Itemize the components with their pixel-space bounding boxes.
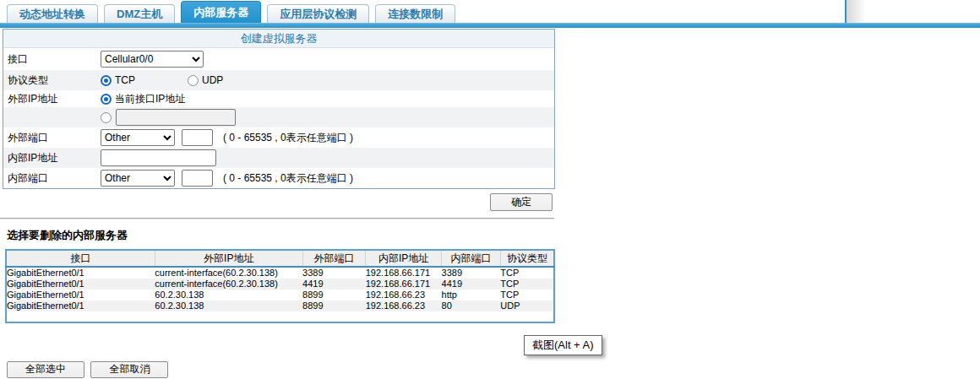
section-divider [0, 218, 554, 219]
cell-internal-port: 4419 [442, 279, 501, 290]
external-ip-custom-row [3, 107, 554, 127]
internal-ip-row: 内部IP地址 [3, 148, 554, 168]
cell-internal-port: http [442, 290, 501, 300]
internal-port-hint: ( 0 - 65535 , 0表示任意端口 ) [223, 171, 353, 186]
tab-bar: 动态地址转换 DMZ主机 内部服务器 应用层协议检测 连接数限制 [0, 0, 980, 28]
cell-internal-ip: 192.168.66.171 [366, 279, 442, 290]
cell-external-ip: current-interface(60.2.30.138) [155, 279, 302, 290]
external-port-select[interactable]: Other [101, 129, 175, 146]
deselect-all-button[interactable]: 全部取消 [90, 361, 168, 378]
screenshot-tooltip: 截图(Alt + A) [524, 335, 602, 355]
protocol-tcp-radio[interactable] [101, 75, 112, 86]
interface-select[interactable]: Cellular0/0 [101, 51, 204, 68]
protocol-row: 协议类型 TCP UDP [3, 70, 554, 90]
cell-external-port: 3389 [302, 267, 366, 279]
protocol-tcp-label: TCP [115, 74, 135, 86]
select-all-button[interactable]: 全部选中 [7, 361, 84, 378]
server-table-wrap: 接口 外部IP地址 外部端口 内部IP地址 内部端口 协议类型 GigabitE… [5, 249, 555, 323]
cell-external-ip: 60.2.30.138 [155, 300, 302, 311]
external-port-row: 外部端口 Other ( 0 - 65535 , 0表示任意端口 ) [3, 127, 554, 148]
col-header-external-port: 外部端口 [302, 250, 366, 267]
external-ip-custom-input[interactable] [116, 109, 236, 126]
external-ip-current-label: 当前接口IP地址 [115, 92, 185, 106]
col-header-internal-ip: 内部IP地址 [366, 250, 442, 267]
interface-label: 接口 [3, 52, 101, 67]
internal-ip-label: 内部IP地址 [3, 151, 101, 165]
external-ip-current-radio[interactable] [101, 94, 112, 105]
cell-external-ip: current-interface(60.2.30.138) [155, 267, 302, 279]
table-filler-row [6, 311, 554, 322]
cell-internal-ip: 192.168.66.171 [366, 267, 442, 279]
tab-internal-server[interactable]: 内部服务器 [181, 1, 261, 23]
cell-protocol: TCP [500, 290, 554, 300]
protocol-udp-radio[interactable] [188, 75, 199, 86]
ok-button[interactable]: 确定 [490, 193, 553, 211]
cell-interface: GigabitEthernet0/1 [6, 290, 155, 300]
cell-internal-ip: 192.168.66.23 [366, 290, 442, 300]
tabs-container: 动态地址转换 DMZ主机 内部服务器 应用层协议检测 连接数限制 [7, 0, 461, 23]
table-header-row: 接口 外部IP地址 外部端口 内部IP地址 内部端口 协议类型 [6, 250, 554, 267]
external-port-input[interactable] [182, 129, 213, 146]
col-header-internal-port: 内部端口 [442, 250, 501, 267]
cell-interface: GigabitEthernet0/1 [6, 267, 155, 279]
external-ip-row: 外部IP地址 当前接口IP地址 [3, 90, 554, 107]
table-row[interactable]: GigabitEthernet0/1 current-interface(60.… [6, 279, 554, 290]
col-header-external-ip: 外部IP地址 [155, 250, 302, 267]
bottom-buttons: 全部选中 全部取消 [7, 360, 171, 378]
internal-port-row: 内部端口 Other ( 0 - 65535 , 0表示任意端口 ) [3, 168, 554, 188]
protocol-label: 协议类型 [3, 73, 101, 88]
interface-row: 接口 Cellular0/0 [3, 48, 554, 70]
col-header-protocol: 协议类型 [500, 250, 554, 267]
server-table: 接口 外部IP地址 外部端口 内部IP地址 内部端口 协议类型 GigabitE… [5, 249, 555, 323]
external-ip-custom-radio[interactable] [101, 112, 112, 123]
cell-protocol: TCP [500, 279, 554, 290]
internal-port-select[interactable]: Other [101, 170, 175, 187]
table-row[interactable]: GigabitEthernet0/1 60.2.30.138 8899 192.… [6, 300, 554, 311]
tab-alg-detection[interactable]: 应用层协议检测 [267, 4, 369, 23]
cell-external-port: 8899 [302, 300, 366, 311]
internal-ip-input[interactable] [101, 149, 216, 166]
cell-interface: GigabitEthernet0/1 [6, 300, 155, 311]
delete-section-title: 选择要删除的内部服务器 [7, 228, 128, 243]
table-row[interactable]: GigabitEthernet0/1 60.2.30.138 8899 192.… [6, 290, 554, 300]
cell-external-port: 4419 [302, 279, 366, 290]
cell-interface: GigabitEthernet0/1 [6, 279, 155, 290]
table-row[interactable]: GigabitEthernet0/1 current-interface(60.… [6, 267, 554, 279]
external-port-label: 外部端口 [3, 131, 101, 145]
panel-title: 创建虚拟服务器 [3, 30, 554, 48]
tab-dmz-host[interactable]: DMZ主机 [104, 4, 175, 23]
cell-internal-port: 80 [442, 300, 501, 311]
cell-protocol: TCP [500, 267, 554, 279]
table-empty-space [6, 311, 554, 322]
internal-port-label: 内部端口 [3, 171, 101, 186]
cell-internal-ip: 192.168.66.23 [366, 300, 442, 311]
cell-external-port: 8899 [302, 290, 366, 300]
tab-connection-limit[interactable]: 连接数限制 [375, 4, 455, 23]
col-header-interface: 接口 [6, 250, 155, 267]
partial-tab-fade [847, 0, 866, 23]
cell-internal-port: 3389 [442, 267, 501, 279]
tab-dynamic-nat[interactable]: 动态地址转换 [7, 4, 98, 23]
cell-external-ip: 60.2.30.138 [155, 290, 302, 300]
external-port-hint: ( 0 - 65535 , 0表示任意端口 ) [223, 131, 353, 145]
create-virtual-server-panel: 创建虚拟服务器 接口 Cellular0/0 协议类型 TCP UDP 外部IP… [3, 29, 555, 189]
external-ip-label: 外部IP地址 [3, 92, 101, 106]
cell-protocol: UDP [500, 300, 554, 311]
protocol-udp-label: UDP [202, 74, 223, 86]
internal-port-input[interactable] [182, 170, 213, 187]
